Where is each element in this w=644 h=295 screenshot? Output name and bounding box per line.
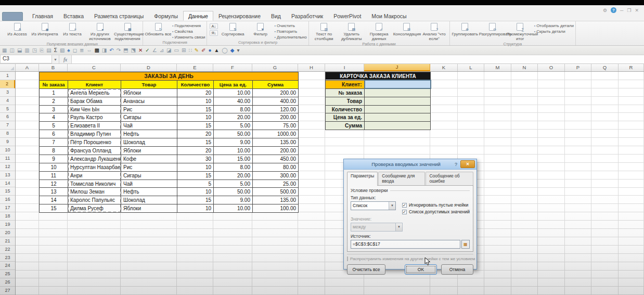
spreadsheet-cell[interactable]: 200.00: [253, 147, 299, 155]
spreadsheet-cell[interactable]: Нефть: [121, 130, 177, 138]
ribbon-button-subtotal[interactable]: ∑Промежуточный итог: [507, 22, 534, 41]
row-header-21[interactable]: 21: [0, 237, 15, 246]
qat-icon[interactable]: ▲: [214, 47, 220, 54]
qat-icon[interactable]: ♠: [67, 47, 70, 54]
spreadsheet-cell[interactable]: 8.00: [214, 163, 253, 171]
qat-icon[interactable]: ⇔: [86, 47, 92, 54]
card-label-cell[interactable]: Цена за ед.: [326, 113, 365, 122]
ribbon-button-text-to-columns[interactable]: ▥Текст по столбцам: [311, 22, 338, 41]
spreadsheet-cell[interactable]: Ким Чен Ын: [68, 105, 121, 113]
column-header-N[interactable]: N: [511, 64, 538, 71]
spreadsheet-cell[interactable]: Барак Обама: [68, 97, 121, 105]
spreadsheet-cell[interactable]: 5: [40, 122, 68, 130]
card-label-cell[interactable]: Количество: [326, 105, 365, 113]
spreadsheet-cell[interactable]: 15: [177, 196, 214, 204]
spreadsheet-cell[interactable]: 8: [40, 147, 68, 155]
spreadsheet-cell[interactable]: 5.00: [214, 179, 253, 188]
ribbon-button-existing-connections[interactable]: ▦Существующие подключения: [114, 22, 141, 41]
row-header-16[interactable]: 16: [0, 196, 15, 204]
spreadsheet-cell[interactable]: 15: [40, 204, 68, 213]
spreadsheet-cell[interactable]: 75.00: [253, 122, 299, 130]
ribbon-small-button[interactable]: ▪Подключения: [172, 23, 205, 28]
spreadsheet-cell[interactable]: 25.00: [253, 179, 299, 188]
in-cell-dropdown-checkbox[interactable]: ✓ Список допустимых значений: [402, 209, 470, 214]
ribbon-button-refresh[interactable]: ↻Обновить все: [145, 22, 172, 36]
insert-function-icon[interactable]: fx: [59, 55, 72, 63]
row-header-7[interactable]: 7: [0, 121, 15, 130]
card-value-cell[interactable]: [365, 105, 431, 113]
orders-header-cell[interactable]: № заказа: [40, 80, 68, 88]
spreadsheet-cell[interactable]: 5: [177, 179, 214, 188]
ribbon-button-file-access[interactable]: AИз Access: [4, 22, 31, 36]
qat-icon[interactable]: ⎘: [40, 47, 44, 54]
orders-title-cell[interactable]: ЗАКАЗЫ ЗА ДЕНЬ: [40, 72, 299, 81]
row-header-2[interactable]: 2: [0, 80, 15, 88]
spreadsheet-cell[interactable]: 9.00: [214, 196, 253, 204]
qat-icon[interactable]: ✕: [138, 47, 143, 54]
cancel-button[interactable]: Отмена: [441, 264, 473, 275]
minimize-icon[interactable]: ─: [620, 8, 623, 13]
qat-icon[interactable]: ⊿: [160, 47, 164, 54]
orders-header-cell[interactable]: Сумма: [253, 80, 299, 88]
data-type-combo[interactable]: Список ▼: [351, 201, 396, 210]
column-header-O[interactable]: O: [538, 64, 565, 71]
ribbon-tab-рецензирование[interactable]: Рецензирование: [213, 11, 266, 21]
ribbon-tab-разработчик[interactable]: Разработчик: [286, 11, 328, 21]
restore-icon[interactable]: ❐: [627, 8, 631, 13]
qat-icon[interactable]: ▤: [46, 47, 51, 54]
qat-icon[interactable]: ⊞: [182, 47, 186, 54]
source-input[interactable]: =$C$3:$C$17: [351, 240, 460, 249]
card-value-cell[interactable]: [365, 122, 431, 130]
spreadsheet-cell[interactable]: Милош Земан: [68, 188, 121, 196]
spreadsheet-cell[interactable]: Яблоки: [121, 204, 177, 213]
spreadsheet-cell[interactable]: Ангела Меркель: [68, 88, 121, 97]
spreadsheet-cell[interactable]: 13: [40, 188, 68, 196]
qat-icon[interactable]: ⬔: [131, 47, 136, 54]
column-header-C[interactable]: C: [68, 64, 121, 71]
column-header-M[interactable]: M: [484, 64, 511, 71]
ribbon-button-remove-duplicates[interactable]: ▤Удалить дубликаты: [338, 22, 365, 41]
spreadsheet-cell[interactable]: 10: [177, 113, 214, 122]
ribbon-tab-вид[interactable]: Вид: [266, 11, 286, 21]
column-header-L[interactable]: L: [458, 64, 484, 71]
row-header-14[interactable]: 14: [0, 179, 15, 188]
row-header-26[interactable]: 26: [0, 278, 15, 287]
spreadsheet-cell[interactable]: Рауль Кастро: [68, 113, 121, 122]
collapse-range-icon[interactable]: ▦: [461, 240, 470, 249]
orders-header-cell[interactable]: Товар: [121, 80, 177, 88]
qat-icon[interactable]: ▥: [24, 47, 29, 54]
card-label-cell[interactable]: Сумма: [326, 122, 365, 130]
spreadsheet-cell[interactable]: 1000.00: [253, 130, 299, 138]
spreadsheet-cell[interactable]: 10: [177, 188, 214, 196]
spreadsheet-cell[interactable]: 10.00: [214, 204, 253, 213]
card-title-cell[interactable]: КАРТОЧКА ЗАКАЗА КЛИЕНТА: [326, 72, 431, 81]
qat-icon[interactable]: ✐: [201, 47, 205, 54]
column-header-E[interactable]: E: [177, 64, 213, 71]
qat-icon[interactable]: ✎: [195, 47, 199, 54]
qat-icon[interactable]: ◯: [222, 47, 228, 54]
ribbon-small-button[interactable]: ▪Повторить: [275, 29, 307, 34]
ribbon-tab-powerpivot[interactable]: PowerPivot: [328, 11, 366, 21]
ribbon-tab-мои-макросы[interactable]: Мои Макросы: [366, 11, 411, 21]
ribbon-button-consolidate[interactable]: ⊞Консолидация: [393, 22, 420, 36]
dialog-title-bar[interactable]: Проверка вводимых значений ? ✕: [344, 159, 476, 170]
ribbon-button-ungroup[interactable]: ⊖Разгруппировать: [479, 22, 506, 36]
row-header-13[interactable]: 13: [0, 171, 15, 179]
ribbon-small-button[interactable]: ▪Свойства: [172, 29, 205, 34]
row-header-6[interactable]: 6: [0, 113, 15, 121]
spreadsheet-cell[interactable]: Анри: [68, 171, 121, 179]
spreadsheet-cell[interactable]: Франсуа Олланд: [68, 147, 121, 155]
spreadsheet-cell[interactable]: 500.00: [253, 188, 299, 196]
formula-input[interactable]: [72, 55, 644, 63]
spreadsheet-cell[interactable]: 50.00: [214, 188, 253, 196]
ribbon-small-button[interactable]: ▪Изменить связи: [172, 35, 205, 40]
qat-icon[interactable]: ◪: [166, 47, 171, 54]
column-header-R[interactable]: R: [619, 64, 644, 71]
spreadsheet-cell[interactable]: Нефть: [121, 188, 177, 196]
spreadsheet-cell[interactable]: Чай: [121, 122, 177, 130]
row-header-5[interactable]: 5: [0, 105, 15, 113]
row-header-12[interactable]: 12: [0, 163, 15, 171]
card-value-cell[interactable]: [365, 80, 431, 88]
card-label-cell[interactable]: Товар: [326, 97, 365, 105]
column-header-D[interactable]: D: [121, 64, 177, 71]
